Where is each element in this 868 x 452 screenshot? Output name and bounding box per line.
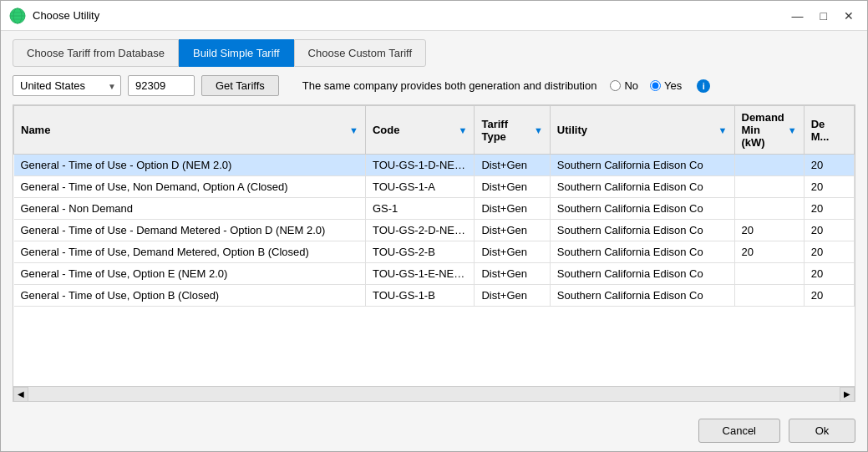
table-row[interactable]: General - Time of Use - Demand Metered -… [14, 220, 855, 241]
country-select-wrapper: United States Canada Australia ▼ [13, 75, 121, 96]
radio-yes-text: Yes [664, 79, 682, 92]
sort-code-icon: ▼ [459, 125, 468, 135]
get-tariffs-button[interactable]: Get Tariffs [201, 75, 279, 96]
table-row[interactable]: General - Time of Use, Demand Metered, O… [14, 241, 855, 263]
filter-row: United States Canada Australia ▼ Get Tar… [13, 75, 855, 96]
col-header-code[interactable]: Code ▼ [365, 106, 474, 155]
scroll-track[interactable] [28, 387, 840, 401]
tab-custom[interactable]: Choose Custom Tariff [294, 39, 427, 67]
window-title: Choose Utility [33, 9, 99, 22]
table-scroll-area[interactable]: Name ▼ Code ▼ [13, 105, 855, 386]
scroll-left-arrow[interactable]: ◀ [13, 387, 28, 402]
col-header-demand-max[interactable]: De M... [804, 106, 854, 155]
content-area: Choose Tariff from Database Build Simple… [1, 31, 867, 410]
col-header-tariff-type[interactable]: Tariff Type ▼ [475, 106, 550, 155]
country-select[interactable]: United States Canada Australia [13, 75, 121, 96]
col-header-demand-min[interactable]: Demand Min (kW) ▼ [734, 106, 804, 155]
radio-yes-label[interactable]: Yes [650, 79, 682, 92]
table-row[interactable]: General - Non DemandGS-1Dist+GenSouthern… [14, 198, 855, 220]
same-company-label: The same company provides both generatio… [302, 79, 597, 92]
tariff-table: Name ▼ Code ▼ [13, 105, 855, 307]
radio-no[interactable] [610, 80, 621, 91]
globe-icon [9, 8, 26, 24]
radio-yes[interactable] [650, 80, 661, 91]
table-row[interactable]: General - Time of Use, Option E (NEM 2.0… [14, 263, 855, 285]
table-row[interactable]: General - Time of Use, Non Demand, Optio… [14, 176, 855, 198]
sort-utility-icon: ▼ [718, 125, 728, 135]
table-body: General - Time of Use - Option D (NEM 2.… [14, 155, 855, 307]
table-row[interactable]: General - Time of Use, Option B (Closed)… [14, 285, 855, 307]
radio-group: No Yes i [610, 79, 710, 93]
close-button[interactable]: ✕ [839, 8, 859, 23]
info-icon[interactable]: i [697, 79, 710, 93]
cancel-button[interactable]: Cancel [698, 419, 780, 443]
title-bar: Choose Utility — □ ✕ [1, 1, 867, 31]
tariff-table-container: Name ▼ Code ▼ [13, 104, 855, 402]
title-bar-controls: — □ ✕ [787, 8, 859, 23]
minimize-button[interactable]: — [787, 8, 809, 23]
horizontal-scrollbar[interactable]: ◀ ▶ [13, 386, 855, 401]
main-window: Choose Utility — □ ✕ Choose Tariff from … [0, 0, 868, 452]
sort-demand-min-icon: ▼ [788, 125, 797, 135]
footer: Cancel Ok [1, 410, 867, 451]
sort-tariff-icon: ▼ [534, 125, 543, 135]
scroll-right-arrow[interactable]: ▶ [840, 387, 855, 402]
table-row[interactable]: General - Time of Use - Option D (NEM 2.… [14, 155, 855, 176]
col-header-name[interactable]: Name ▼ [14, 106, 366, 155]
radio-no-label[interactable]: No [610, 79, 638, 92]
sort-name-icon: ▼ [349, 125, 358, 135]
ok-button[interactable]: Ok [789, 419, 855, 443]
title-bar-left: Choose Utility [9, 8, 99, 24]
radio-no-text: No [624, 79, 638, 92]
maximize-button[interactable]: □ [815, 8, 832, 23]
tab-simple[interactable]: Build Simple Tariff [179, 39, 294, 67]
col-header-utility[interactable]: Utility ▼ [550, 106, 734, 155]
zip-input[interactable] [128, 75, 195, 96]
tab-database[interactable]: Choose Tariff from Database [13, 39, 179, 67]
table-header-row: Name ▼ Code ▼ [14, 106, 855, 155]
tab-bar: Choose Tariff from Database Build Simple… [13, 39, 855, 67]
